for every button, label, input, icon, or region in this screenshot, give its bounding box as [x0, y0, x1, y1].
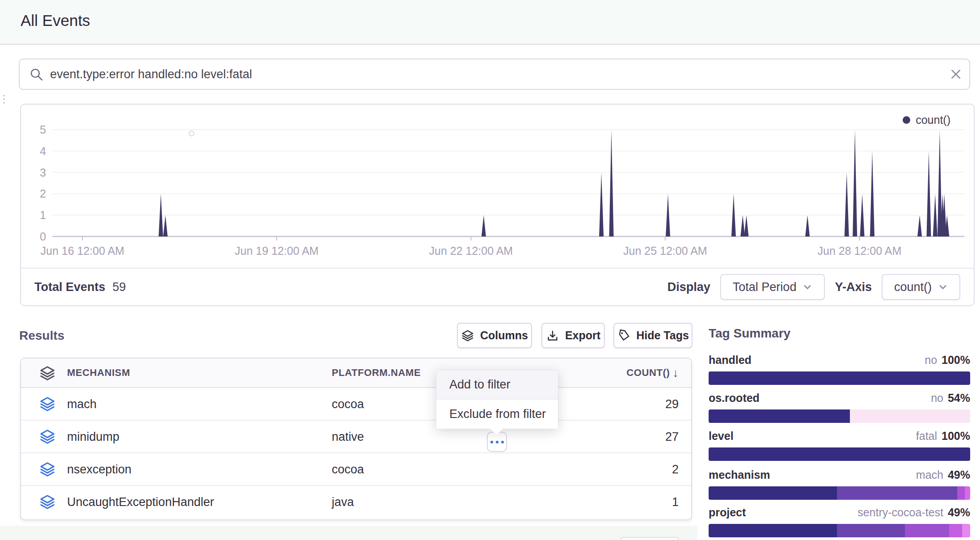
tag-name: os.rooted — [709, 392, 760, 405]
tag-entry: handled no 100% — [709, 354, 970, 385]
drag-handle — [2, 95, 6, 106]
tag-summary-heading: Tag Summary — [709, 326, 970, 341]
cell-mechanism[interactable]: UncaughtExceptionHandler — [67, 486, 214, 519]
total-events-value: 59 — [113, 280, 126, 294]
search-clear-button[interactable] — [942, 61, 969, 88]
tag-top-value: no — [925, 354, 937, 367]
tag-top-value: no — [931, 392, 943, 405]
page-title: All Events — [21, 12, 90, 30]
tag-percent: 49% — [948, 506, 970, 519]
chevron-down-icon — [803, 282, 812, 292]
display-label: Display — [667, 280, 710, 294]
cursor-artifact — [189, 131, 194, 136]
menu-item-add-to-filter[interactable]: Add to filter — [436, 370, 558, 399]
layers-icon[interactable] — [39, 461, 56, 478]
column-header-platform-name[interactable]: PLATFORM.NAME — [332, 367, 421, 379]
tag-name: level — [709, 430, 734, 443]
sort-desc-icon: ↓ — [672, 366, 679, 380]
search-icon — [29, 67, 44, 82]
page-background-strip — [0, 526, 697, 540]
tag-distribution-bar[interactable] — [709, 409, 970, 423]
table-row[interactable]: mach cocoa 29 — [21, 388, 691, 421]
column-header-count[interactable]: COUNT() ↓ — [626, 366, 679, 380]
table-row[interactable]: UncaughtExceptionHandler java 1 — [21, 486, 691, 519]
layers-icon[interactable] — [39, 396, 56, 413]
layers-icon[interactable] — [39, 494, 56, 510]
tag-summary-panel: Tag Summary handled no 100% os.rooted no… — [709, 326, 970, 341]
tag-top-value: fatal — [916, 430, 937, 443]
yaxis-select-value: count() — [894, 280, 932, 294]
cell-platform[interactable]: cocoa — [332, 453, 364, 486]
cell-platform[interactable]: cocoa — [332, 388, 364, 421]
columns-button[interactable]: Columns — [457, 323, 532, 348]
search-bar[interactable] — [19, 59, 970, 90]
page-header: All Events — [0, 0, 980, 45]
tag-name: mechanism — [709, 468, 770, 481]
tag-top-value: sentry-cocoa-test — [858, 506, 943, 519]
columns-button-label: Columns — [480, 329, 528, 342]
tag-name: project — [709, 506, 746, 519]
tag-entry: mechanism mach 49% — [709, 468, 970, 500]
hide-tags-button-label: Hide Tags — [636, 329, 689, 342]
tag-distribution-bar[interactable] — [709, 486, 970, 500]
export-button-label: Export — [565, 329, 600, 342]
cell-platform[interactable]: native — [332, 421, 364, 453]
export-button[interactable]: Export — [541, 323, 605, 348]
tag-top-value: mach — [916, 468, 943, 481]
total-events-label: Total Events — [34, 280, 106, 294]
cell-count: 27 — [665, 421, 679, 453]
tag-percent: 100% — [942, 354, 970, 367]
cell-mechanism[interactable]: mach — [67, 388, 97, 421]
close-icon — [949, 68, 963, 81]
tag-entry: project sentry-cocoa-test 49% — [709, 506, 970, 537]
layers-icon — [39, 365, 56, 382]
pagination-button-cutoff[interactable] — [621, 537, 679, 540]
cell-platform[interactable]: java — [332, 486, 354, 519]
results-heading: Results — [19, 329, 64, 343]
tag-percent: 49% — [948, 468, 970, 481]
discover-all-events-page: { "page": { "title": "All Events" }, "se… — [0, 0, 980, 540]
event-count-chart — [52, 122, 964, 256]
cell-context-menu: Add to filter Exclude from filter — [436, 370, 558, 429]
column-header-count-label: COUNT() — [626, 367, 670, 379]
yaxis-label: Y-Axis — [835, 280, 872, 294]
tag-percent: 100% — [942, 430, 970, 443]
search-input[interactable] — [50, 68, 942, 81]
table-header-row: MECHANISM PLATFORM.NAME COUNT() ↓ — [21, 359, 691, 388]
cell-count: 2 — [672, 453, 679, 486]
download-icon — [546, 329, 559, 342]
cell-mechanism[interactable]: minidump — [67, 421, 119, 453]
display-select-value: Total Period — [733, 280, 797, 294]
events-chart-panel: count() 012345 Jun 16 12:00 AMJun 19 12:… — [20, 104, 975, 306]
cell-mechanism[interactable]: nsexception — [67, 453, 131, 486]
table-row[interactable]: nsexception cocoa 2 — [21, 453, 691, 486]
display-select[interactable]: Total Period — [720, 274, 825, 300]
tag-distribution-bar[interactable] — [709, 447, 970, 461]
chevron-down-icon — [938, 282, 948, 292]
cell-count: 29 — [665, 388, 679, 421]
tag-entry: os.rooted no 54% — [709, 392, 970, 423]
chart-footer: Total Events 59 Display Total Period Y-A… — [21, 268, 974, 305]
tag-icon — [617, 329, 630, 342]
hide-tags-button[interactable]: Hide Tags — [613, 323, 693, 348]
tag-percent: 54% — [948, 392, 970, 405]
cell-count: 1 — [672, 486, 679, 519]
results-table: MECHANISM PLATFORM.NAME COUNT() ↓ mach c… — [20, 358, 692, 520]
tag-distribution-bar[interactable] — [709, 371, 970, 385]
yaxis-select[interactable]: count() — [882, 274, 960, 300]
tag-distribution-bar[interactable] — [709, 524, 970, 537]
layers-icon — [461, 329, 474, 342]
tag-name: handled — [709, 354, 752, 367]
layers-icon[interactable] — [39, 428, 56, 445]
table-row[interactable]: minidump native 27 — [21, 421, 691, 453]
column-header-mechanism[interactable]: MECHANISM — [67, 367, 130, 379]
tag-entry: level fatal 100% — [709, 430, 970, 461]
